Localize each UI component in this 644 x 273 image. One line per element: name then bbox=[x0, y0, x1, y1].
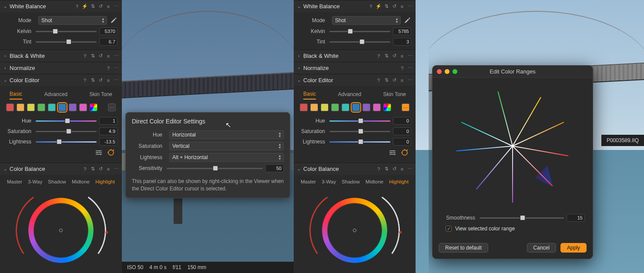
copy-icon[interactable]: ⇅ bbox=[383, 53, 389, 59]
preset-icon[interactable]: ≡ bbox=[105, 53, 111, 59]
saturation-value[interactable]: 4.9 bbox=[99, 127, 117, 135]
color-balance-header[interactable]: ⌄Color Balance?⇅↺≡⋯ bbox=[294, 163, 416, 175]
color-swatch[interactable] bbox=[27, 103, 35, 111]
color-range-wheel[interactable] bbox=[452, 85, 574, 206]
rainbow-swatch[interactable] bbox=[90, 103, 97, 111]
more-icon[interactable]: ⋯ bbox=[113, 53, 119, 59]
modal-titlebar[interactable]: Edit Color Ranges bbox=[433, 66, 593, 78]
reset-icon[interactable]: ↺ bbox=[97, 3, 104, 10]
preset-icon[interactable]: ≡ bbox=[399, 77, 405, 83]
preset-icon[interactable]: ≡ bbox=[399, 53, 405, 59]
smoothness-value[interactable]: 15 bbox=[567, 214, 585, 222]
more-icon[interactable]: ⋯ bbox=[407, 166, 413, 172]
tint-slider[interactable] bbox=[36, 39, 97, 45]
color-swatch[interactable] bbox=[48, 103, 56, 111]
help-icon[interactable]: ? bbox=[376, 166, 382, 172]
color-balance-wheel[interactable] bbox=[3, 187, 118, 273]
help-icon[interactable]: ? bbox=[399, 65, 405, 71]
white-balance-header[interactable]: ⌄ White Balance ? ⚡ ⇅ ↺ ≡ ⋯ bbox=[0, 0, 122, 12]
color-swatch[interactable] bbox=[362, 103, 370, 111]
tab-3way[interactable]: 3-Way bbox=[28, 179, 42, 184]
sensitivity-slider[interactable] bbox=[167, 165, 263, 171]
color-swatch[interactable] bbox=[79, 103, 87, 111]
bw-header[interactable]: ›Black & White?⇅↺≡⋯ bbox=[294, 50, 416, 62]
reset-icon[interactable]: ↺ bbox=[391, 77, 397, 83]
saturation-value[interactable]: 0 bbox=[393, 127, 411, 135]
tab-advanced[interactable]: Advanced bbox=[338, 90, 361, 99]
tint-value[interactable]: 3 bbox=[393, 38, 411, 46]
image-preview[interactable] bbox=[416, 0, 429, 273]
color-swatch[interactable] bbox=[342, 103, 349, 111]
hue-value[interactable]: 0 bbox=[393, 117, 411, 125]
rainbow-swatch[interactable] bbox=[383, 103, 391, 111]
color-swatch[interactable] bbox=[321, 103, 329, 111]
view-range-checkbox[interactable]: ✓ bbox=[446, 226, 452, 232]
tab-shadow[interactable]: Shadow bbox=[48, 179, 66, 184]
copy-icon[interactable]: ⇅ bbox=[383, 77, 389, 83]
saturation-slider[interactable] bbox=[329, 128, 390, 134]
normalize-header[interactable]: ›Normalize?⋯ bbox=[294, 62, 416, 74]
color-swatch[interactable] bbox=[17, 103, 24, 111]
smoothness-slider[interactable] bbox=[480, 215, 564, 221]
reset-button[interactable]: Reset to default bbox=[439, 243, 488, 253]
copy-icon[interactable]: ⇅ bbox=[90, 3, 96, 10]
more-icon[interactable]: ⋯ bbox=[407, 53, 413, 59]
color-swatch[interactable] bbox=[310, 103, 318, 111]
lightness-slider[interactable] bbox=[329, 139, 390, 145]
popover-sat-select[interactable]: Vertical▲▼ bbox=[169, 142, 284, 150]
hue-value[interactable]: 1 bbox=[99, 117, 117, 125]
popover-light-select[interactable]: Alt + Horizontal▲▼ bbox=[169, 153, 284, 162]
more-icon[interactable]: ⋯ bbox=[113, 77, 119, 83]
more-icon[interactable]: ⋯ bbox=[407, 65, 413, 71]
reset-icon[interactable]: ↺ bbox=[391, 53, 397, 59]
apply-button[interactable]: Apply bbox=[560, 243, 587, 253]
tab-master[interactable]: Master bbox=[301, 179, 316, 184]
copy-icon[interactable]: ⇅ bbox=[90, 53, 96, 59]
kelvin-slider[interactable] bbox=[329, 28, 390, 34]
eyedropper-icon[interactable] bbox=[403, 17, 411, 24]
color-balance-header[interactable]: ⌄ Color Balance ? ⇅ ↺ ≡ ⋯ bbox=[0, 163, 122, 175]
direct-color-editor-icon[interactable] bbox=[401, 149, 409, 156]
tint-slider[interactable] bbox=[329, 39, 390, 45]
cancel-button[interactable]: Cancel bbox=[527, 243, 556, 253]
help-icon[interactable]: ? bbox=[74, 3, 80, 10]
reset-icon[interactable]: ↺ bbox=[97, 53, 104, 59]
sensitivity-value[interactable]: 50 bbox=[265, 164, 284, 172]
help-icon[interactable]: ? bbox=[82, 166, 88, 172]
lightness-value[interactable]: -13.5 bbox=[99, 138, 117, 146]
reset-icon[interactable]: ↺ bbox=[391, 3, 397, 10]
help-icon[interactable]: ? bbox=[376, 77, 382, 83]
tab-3way[interactable]: 3-Way bbox=[322, 179, 336, 184]
more-icon[interactable]: ⋯ bbox=[407, 77, 413, 83]
tab-highlight[interactable]: Highlight bbox=[389, 179, 409, 184]
color-swatch[interactable] bbox=[373, 103, 381, 111]
help-icon[interactable]: ? bbox=[105, 65, 111, 71]
hue-slider[interactable] bbox=[329, 118, 390, 124]
more-icon[interactable]: ⋯ bbox=[113, 166, 119, 172]
more-icon[interactable]: ⋯ bbox=[407, 3, 413, 10]
normalize-header[interactable]: › Normalize ? ⋯ bbox=[0, 62, 122, 74]
tab-basic[interactable]: Basic bbox=[303, 89, 316, 100]
tab-advanced[interactable]: Advanced bbox=[44, 90, 67, 99]
tab-shadow[interactable]: Shadow bbox=[342, 179, 360, 184]
color-swatch[interactable] bbox=[58, 103, 66, 111]
reset-icon[interactable]: ↺ bbox=[97, 166, 104, 172]
preset-icon[interactable]: ≡ bbox=[105, 166, 111, 172]
color-swatch[interactable] bbox=[331, 103, 339, 111]
tab-master[interactable]: Master bbox=[7, 179, 22, 184]
preset-icon[interactable]: ≡ bbox=[105, 77, 111, 83]
more-swatch-button[interactable]: ⋯ bbox=[402, 103, 409, 111]
tab-skin-tone[interactable]: Skin Tone bbox=[383, 90, 406, 99]
color-editor-header[interactable]: ⌄ Color Editor ? ⇅ ↺ ≡ ⋯ bbox=[0, 74, 122, 86]
kelvin-value[interactable]: 5785 bbox=[393, 27, 411, 35]
eyedropper-icon[interactable] bbox=[110, 17, 117, 24]
more-swatch-button[interactable]: ⋯ bbox=[108, 103, 116, 111]
help-icon[interactable]: ? bbox=[82, 53, 88, 59]
kelvin-slider[interactable] bbox=[36, 28, 97, 34]
hue-slider[interactable] bbox=[36, 118, 97, 124]
saturation-slider[interactable] bbox=[36, 128, 97, 134]
reset-icon[interactable]: ↺ bbox=[97, 77, 104, 83]
copy-icon[interactable]: ⇅ bbox=[90, 166, 96, 172]
white-balance-header[interactable]: ⌄ White Balance ? ⚡ ⇅ ↺ ≡ ⋯ bbox=[294, 0, 416, 12]
more-icon[interactable]: ⋯ bbox=[113, 65, 119, 71]
